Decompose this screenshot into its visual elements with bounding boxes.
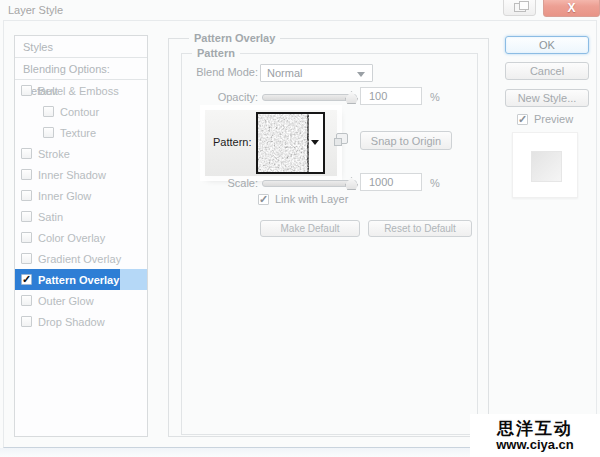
cancel-button[interactable]: Cancel: [505, 62, 589, 80]
pattern-group-title: Pattern: [192, 47, 240, 60]
style-enabled-checkbox[interactable]: [21, 148, 32, 159]
opacity-slider[interactable]: [262, 94, 357, 101]
sidebar-item-gradient-overlay[interactable]: Gradient Overlay: [15, 248, 147, 269]
pattern-thumbnail: [258, 114, 309, 172]
sidebar-item-texture[interactable]: Texture: [15, 122, 147, 143]
panel-title: Pattern Overlay: [189, 32, 280, 45]
style-enabled-checkbox[interactable]: [21, 274, 32, 285]
pattern-group: Pattern Blend Mode: Normal Opacity: 100 …: [181, 53, 478, 435]
pattern-picker-popup: Pattern:: [205, 110, 337, 176]
sidebar-item-outer-glow[interactable]: Outer Glow: [15, 290, 147, 311]
window-title: Layer Style: [8, 4, 63, 16]
style-enabled-checkbox[interactable]: [21, 211, 32, 222]
style-enabled-checkbox[interactable]: [21, 85, 32, 96]
sidebar-style-list: Bevel & EmbossContourTextureStrokeInner …: [15, 80, 147, 332]
sidebar-item-label: Drop Shadow: [38, 316, 105, 328]
sidebar-item-contour[interactable]: Contour: [15, 101, 147, 122]
style-preview-thumbnail: [512, 132, 578, 198]
sidebar-item-inner-shadow[interactable]: Inner Shadow: [15, 164, 147, 185]
sidebar-item-label: Texture: [60, 127, 96, 139]
close-window-button[interactable]: X: [543, 0, 600, 17]
sidebar-item-label: Color Overlay: [38, 232, 105, 244]
new-pattern-icon[interactable]: [336, 133, 348, 144]
sidebar-item-label: Outer Glow: [38, 295, 94, 307]
link-with-layer-row: Link with Layer: [258, 193, 348, 205]
sidebar-header-styles[interactable]: Styles: [15, 36, 147, 58]
style-enabled-checkbox[interactable]: [43, 106, 54, 117]
watermark: 思洋互动 www.ciya.cn: [470, 414, 600, 457]
watermark-brand: 思洋互动: [497, 419, 573, 438]
style-enabled-checkbox[interactable]: [21, 253, 32, 264]
watermark-url: www.ciya.cn: [496, 438, 574, 452]
sidebar-item-label: Satin: [38, 211, 63, 223]
sidebar-item-label: Gradient Overlay: [38, 253, 121, 265]
sidebar-item-label: Bevel & Emboss: [38, 85, 119, 97]
sidebar-item-color-overlay[interactable]: Color Overlay: [15, 227, 147, 248]
preview-row: Preview: [517, 113, 573, 125]
blend-mode-label: Blend Mode:: [182, 66, 258, 78]
pattern-overlay-panel: Pattern Overlay Pattern Blend Mode: Norm…: [168, 38, 489, 437]
sidebar-item-label: Stroke: [38, 148, 70, 160]
opacity-input[interactable]: 100: [360, 87, 422, 105]
link-with-layer-label: Link with Layer: [275, 193, 348, 205]
scale-slider-thumb[interactable]: [345, 177, 358, 190]
blend-mode-value: Normal: [267, 67, 302, 79]
scale-unit: %: [430, 177, 440, 189]
sidebar-item-drop-shadow[interactable]: Drop Shadow: [15, 311, 147, 332]
pattern-label: Pattern:: [213, 136, 252, 148]
make-default-button[interactable]: Make Default: [260, 220, 360, 237]
blend-mode-select[interactable]: Normal: [260, 64, 373, 82]
opacity-label: Opacity:: [182, 91, 258, 103]
opacity-unit: %: [430, 91, 440, 103]
preview-checkbox[interactable]: [517, 114, 528, 125]
style-enabled-checkbox[interactable]: [43, 127, 54, 138]
layer-style-dialog: Layer Style X Styles Blending Options: D…: [0, 0, 600, 457]
ok-button[interactable]: OK: [505, 36, 589, 54]
scale-input[interactable]: 1000: [360, 173, 422, 191]
style-enabled-checkbox[interactable]: [21, 295, 32, 306]
sidebar-item-stroke[interactable]: Stroke: [15, 143, 147, 164]
window-restore-icon: [514, 3, 526, 12]
restore-window-button[interactable]: [503, 0, 536, 16]
sidebar-item-label: Inner Glow: [38, 190, 91, 202]
styles-sidebar: Styles Blending Options: Default Bevel &…: [14, 35, 148, 437]
reset-to-default-button[interactable]: Reset to Default: [368, 220, 472, 237]
opacity-slider-thumb[interactable]: [345, 91, 358, 104]
sidebar-item-label: Pattern Overlay: [38, 274, 119, 286]
scale-slider[interactable]: [262, 180, 357, 187]
pattern-swatch-button[interactable]: [256, 112, 325, 174]
sidebar-item-satin[interactable]: Satin: [15, 206, 147, 227]
new-style-button[interactable]: New Style...: [505, 89, 589, 107]
pattern-dropdown-arrow-icon[interactable]: [309, 114, 323, 172]
sidebar-item-inner-glow[interactable]: Inner Glow: [15, 185, 147, 206]
style-preview-swatch: [531, 151, 562, 182]
scale-label: Scale:: [182, 177, 258, 189]
sidebar-item-label: Inner Shadow: [38, 169, 106, 181]
link-with-layer-checkbox[interactable]: [258, 194, 269, 205]
sidebar-item-pattern-overlay[interactable]: Pattern Overlay: [15, 269, 147, 290]
preview-label: Preview: [534, 113, 573, 125]
chevron-down-icon: [357, 72, 365, 77]
style-enabled-checkbox[interactable]: [21, 169, 32, 180]
style-enabled-checkbox[interactable]: [21, 190, 32, 201]
sidebar-item-blending-options[interactable]: Blending Options: Default: [15, 58, 147, 80]
style-enabled-checkbox[interactable]: [21, 316, 32, 327]
style-enabled-checkbox[interactable]: [21, 232, 32, 243]
sidebar-item-label: Contour: [60, 106, 99, 118]
snap-to-origin-button[interactable]: Snap to Origin: [360, 131, 452, 150]
